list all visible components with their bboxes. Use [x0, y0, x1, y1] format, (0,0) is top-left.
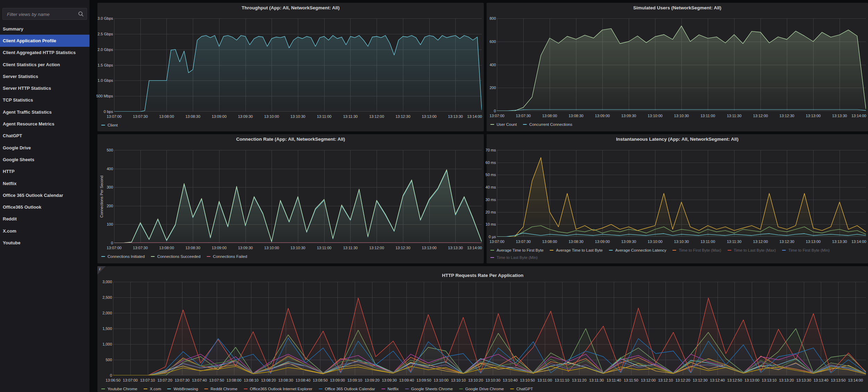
legend-item-connections-failed[interactable]: Connections Failed	[207, 254, 247, 259]
panel-info-corner[interactable]	[97, 266, 106, 275]
legend-series-label: Reddit Chrome	[210, 387, 237, 391]
y-tick-label: 500 Mbps	[96, 94, 113, 98]
sidebar-item-server-http-statistics[interactable]: Server HTTP Statistics	[0, 82, 89, 94]
x-tick-label: 13:11:10	[555, 378, 569, 382]
legend-series-dash	[490, 124, 494, 125]
legend-series-label: Time to First Byte (Min)	[788, 248, 830, 252]
x-tick-label: 13:07:50	[209, 378, 224, 382]
legend-item-google-drive-chrome[interactable]: Google Drive Chrome	[459, 387, 504, 391]
sidebar-item-office-365-outlook-calendar[interactable]: Office 365 Outlook Calendar	[0, 189, 89, 201]
y-tick-label: 200	[490, 85, 496, 90]
legend-item-time-to-last-byte-max[interactable]: Time to Last Byte (Max)	[728, 248, 776, 252]
x-tick-label: 13:13:00	[422, 246, 437, 250]
sidebar-item-client-application-profile[interactable]: Client Application Profile	[0, 35, 89, 46]
legend-series-label: Time to Last Byte (Min)	[497, 255, 538, 260]
x-tick-label: 13:13:20	[779, 378, 794, 382]
legend-item-youtube-chrome[interactable]: Youtube Chrome	[101, 387, 137, 391]
legend-series-dash	[490, 257, 494, 258]
sidebar-item-x-com[interactable]: X.com	[0, 225, 89, 237]
plot-area[interactable]	[114, 150, 482, 243]
panel-title[interactable]: Simulated Users (NetworkSegment: All)	[487, 5, 868, 10]
panel-throughput: Throughput (App: All, NetworkSegment: Al…	[97, 3, 484, 131]
sidebar-item-server-statistics[interactable]: Server Statistics	[0, 70, 89, 82]
legend-item-time-to-first-byte-min[interactable]: Time to First Byte (Min)	[782, 248, 830, 252]
sidebar-item-client-aggregated-http-statistics[interactable]: Client Aggregated HTTP Statistics	[0, 47, 89, 59]
x-tick-label: 13:09:00	[330, 378, 345, 382]
legend-item-chatgpt[interactable]: ChatGPT	[510, 387, 533, 391]
legend-item-webbrowsing[interactable]: WebBrowsing	[167, 387, 198, 391]
sidebar-item-youtube[interactable]: Youtube	[0, 237, 89, 249]
sidebar-item-google-drive[interactable]: Google Drive	[0, 142, 89, 154]
legend-item-time-to-last-byte-min[interactable]: Time to Last Byte (Min)	[490, 255, 538, 260]
legend-series-label: Google Drive Chrome	[465, 387, 504, 391]
sidebar-item-http[interactable]: HTTP	[0, 166, 89, 177]
legend-series-label: ChatGPT	[516, 387, 533, 391]
sidebar-item-chatgpt[interactable]: ChatGPT	[0, 130, 89, 142]
x-tick-label: 13:09:40	[399, 378, 414, 382]
legend-item-office365-outlook-internet-explorer[interactable]: Office365 Outlook Internet Explorer	[244, 387, 312, 391]
x-tick-label: 13:09:20	[364, 378, 379, 382]
sidebar: SummaryClient Application ProfileClient …	[0, 0, 89, 392]
sidebar-item-reddit[interactable]: Reddit	[0, 213, 89, 225]
y-tick-label: 500	[107, 148, 113, 153]
legend-item-office-365-outlook-calendar[interactable]: Office 365 Outlook Calendar	[319, 387, 375, 391]
legend-item-time-to-first-byte-max[interactable]: Time to First Byte (Max)	[672, 248, 721, 252]
x-tick-label: 13:12:30	[780, 114, 794, 118]
x-tick-label: 13:09:00	[595, 114, 610, 118]
panel-title[interactable]: Instantaneous Latency (App: All, Network…	[487, 137, 868, 142]
legend-series-label: User Count	[497, 122, 517, 127]
sidebar-item-office365-outlook[interactable]: Office365 Outlook	[0, 201, 89, 213]
x-tick-label: 13:09:50	[416, 378, 431, 382]
sidebar-item-client-statistics-per-action[interactable]: Client Statistics per Action	[0, 59, 89, 70]
y-tick-label: 0	[111, 241, 113, 245]
legend-item-client[interactable]: Client	[101, 123, 118, 127]
x-tick-label: 13:10:30	[674, 114, 689, 118]
sidebar-item-netflix[interactable]: Netflix	[0, 177, 89, 189]
x-tick-label: 13:08:20	[261, 378, 276, 382]
x-tick-label: 13:11:30	[727, 239, 741, 244]
legend-series-dash	[207, 256, 210, 257]
legend-item-concurrent-connections[interactable]: Concurrent Connections	[523, 122, 572, 127]
legend-item-netflix[interactable]: Netflix	[381, 387, 399, 391]
x-tick-label: 13:07:30	[133, 114, 148, 119]
legend-series-dash	[204, 389, 208, 390]
legend-item-user-count[interactable]: User Count	[490, 122, 517, 127]
plot-area[interactable]	[497, 150, 866, 237]
legend-item-connections-succeeded[interactable]: Connections Succeeded	[151, 254, 200, 259]
x-tick-label: 13:10:30	[291, 114, 306, 119]
panel-title[interactable]: Throughput (App: All, NetworkSegment: Al…	[97, 5, 484, 10]
x-tick-label: 13:14:00	[851, 239, 866, 244]
legend-item-x-com[interactable]: X.com	[144, 387, 161, 391]
legend-item-average-time-to-first-byte[interactable]: Average Time to First Byte	[490, 248, 543, 252]
y-tick-label: 40 ms	[485, 185, 496, 190]
sidebar-item-google-sheets[interactable]: Google Sheets	[0, 154, 89, 165]
plot-area[interactable]	[114, 18, 482, 112]
legend-item-average-connection-latency[interactable]: Average Connection Latency	[609, 248, 666, 252]
y-tick-label: 3,000	[102, 279, 112, 284]
legend-item-average-time-to-last-byte[interactable]: Average Time to Last Byte	[550, 248, 603, 252]
y-tick-label: 500	[106, 357, 112, 362]
legend-item-connections-initiated[interactable]: Connections Initiated	[101, 254, 145, 259]
filter-views-input[interactable]	[6, 8, 77, 20]
x-tick-label: 13:11:00	[538, 378, 552, 382]
panel-title[interactable]: HTTP Requests Rate Per Application	[97, 273, 868, 278]
x-tick-label: 13:14:00	[467, 246, 482, 250]
plot-area[interactable]	[113, 282, 866, 375]
panel-title[interactable]: Connection Rate (App: All, NetworkSegmen…	[97, 137, 484, 142]
sidebar-item-agent-traffic-statistics[interactable]: Agent Traffic Statistics	[0, 106, 89, 118]
sidebar-item-tcp-statistics[interactable]: TCP Statistics	[0, 94, 89, 106]
x-tick-label: 13:11:00	[317, 114, 332, 119]
legend-item-google-sheets-chrome[interactable]: Google Sheets Chrome	[405, 387, 453, 391]
x-tick-label: 13:10:30	[485, 378, 500, 382]
x-tick-label: 13:08:30	[569, 239, 584, 244]
legend-series-dash	[167, 389, 171, 390]
x-tick-label: 13:07:00	[107, 114, 122, 119]
legend-item-reddit-chrome[interactable]: Reddit Chrome	[204, 387, 237, 391]
y-tick-label: 300	[107, 185, 113, 190]
sidebar-item-agent-resource-metrics[interactable]: Agent Resource Metrics	[0, 118, 89, 130]
plot-area[interactable]	[497, 18, 866, 111]
x-tick-label: 13:12:30	[693, 378, 707, 382]
x-tick-label: 13:11:00	[701, 239, 715, 244]
sidebar-item-summary[interactable]: Summary	[0, 23, 89, 35]
x-tick-label: 13:11:20	[572, 378, 586, 382]
